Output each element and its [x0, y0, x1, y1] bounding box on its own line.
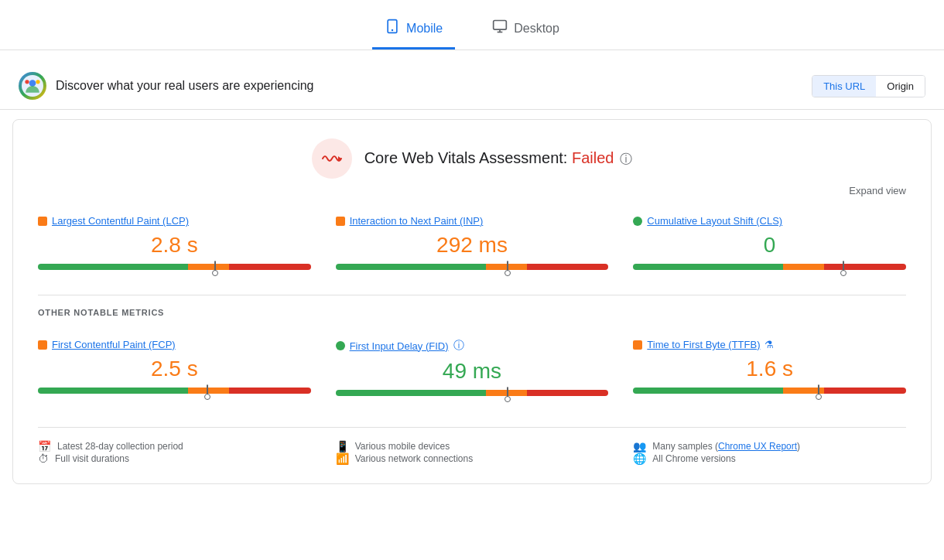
bar-green-ttfb: [633, 388, 783, 394]
tab-bar: Mobile Desktop: [0, 12, 944, 50]
metric-lcp-bar-segments: [38, 264, 311, 270]
footer-text-1-2: Full visit durations: [55, 453, 129, 464]
metric-inp: Interaction to Next Paint (INP) 292 ms: [336, 209, 609, 276]
svg-point-8: [25, 80, 29, 84]
assessment-title: Core Web Vitals Assessment: Failed ⓘ: [364, 149, 633, 168]
bar-marker-ttfb: [818, 384, 819, 397]
metric-inp-dot: [336, 217, 345, 226]
metric-fid-bar-segments: [336, 390, 609, 396]
this-url-button[interactable]: This URL: [812, 76, 876, 97]
footer-col-1: 📅 Latest 28-day collection period ⏱ Full…: [38, 440, 311, 465]
section-header: Discover what your real users are experi…: [0, 63, 944, 110]
metric-lcp-value: 2.8 s: [38, 233, 311, 258]
origin-button[interactable]: Origin: [876, 76, 925, 97]
mobile-icon: [385, 19, 400, 38]
metric-fcp: First Contentful Paint (FCP) 2.5 s: [38, 333, 311, 402]
bar-red-cls: [824, 264, 906, 270]
metric-inp-bar-segments: [336, 264, 609, 270]
metric-lcp: Largest Contentful Paint (LCP) 2.8 s: [38, 209, 311, 276]
bar-red-ttfb: [824, 388, 906, 394]
footer-grid: 📅 Latest 28-day collection period ⏱ Full…: [38, 427, 906, 465]
metric-fid-value: 49 ms: [336, 359, 609, 384]
tab-desktop[interactable]: Desktop: [480, 12, 572, 50]
metric-fid: First Input Delay (FID) ⓘ 49 ms: [336, 333, 609, 402]
bar-red-fid: [527, 390, 609, 396]
assessment-prefix: Core Web Vitals Assessment:: [364, 149, 572, 166]
metric-cls-dot: [633, 217, 642, 226]
footer-item-2-2: 📶 Various network connections: [336, 452, 609, 465]
tab-mobile-label: Mobile: [406, 22, 443, 36]
metric-ttfb-value: 1.6 s: [633, 357, 906, 381]
bar-red-lcp: [229, 264, 311, 270]
metric-cls-link[interactable]: Cumulative Layout Shift (CLS): [647, 215, 782, 227]
footer-text-2-2: Various network connections: [355, 453, 474, 464]
footer-icon-1-2: ⏱: [38, 452, 49, 465]
section-divider: [38, 295, 906, 295]
assessment-icon: [312, 138, 352, 179]
bar-marker-fcp: [207, 384, 208, 397]
assessment-status: Failed: [572, 149, 614, 166]
metric-fcp-value: 2.5 s: [38, 357, 311, 381]
metric-fid-link[interactable]: First Input Delay (FID): [350, 340, 449, 352]
bar-green-fcp: [38, 388, 188, 394]
bar-orange-cls: [783, 264, 824, 270]
footer-item-3-2: 🌐 All Chrome versions: [633, 452, 906, 465]
metric-lcp-link[interactable]: Largest Contentful Paint (LCP): [52, 215, 189, 227]
metric-fcp-bar: [38, 388, 311, 394]
assessment-info-icon[interactable]: ⓘ: [620, 152, 632, 166]
metric-inp-link[interactable]: Interaction to Next Paint (INP): [350, 215, 484, 227]
bar-red-inp: [527, 264, 609, 270]
bar-green-inp: [336, 264, 486, 270]
expand-view[interactable]: Expand view: [38, 185, 906, 196]
metric-ttfb-link[interactable]: Time to First Byte (TTFB): [647, 339, 760, 350]
footer-item-1-2: ⏱ Full visit durations: [38, 452, 311, 465]
info-icon[interactable]: ⓘ: [453, 339, 464, 353]
bar-marker-cls: [843, 261, 844, 273]
bar-orange-lcp: [188, 264, 229, 270]
metric-cls-label-row: Cumulative Layout Shift (CLS): [633, 215, 906, 227]
header-title: Discover what your real users are experi…: [56, 79, 313, 93]
metric-fcp-link[interactable]: First Contentful Paint (FCP): [52, 339, 176, 350]
header-left: Discover what your real users are experi…: [19, 72, 313, 100]
tab-mobile[interactable]: Mobile: [372, 12, 455, 50]
footer-text-3-2: All Chrome versions: [652, 453, 735, 464]
metric-cls-bar-segments: [633, 264, 906, 270]
svg-point-6: [29, 80, 36, 87]
url-toggle: This URL Origin: [812, 75, 925, 97]
metric-fid-dot: [336, 341, 345, 350]
tab-desktop-label: Desktop: [514, 22, 559, 36]
metric-ttfb-label-row: Time to First Byte (TTFB) ⚗: [633, 339, 906, 350]
beaker-icon[interactable]: ⚗: [764, 339, 774, 350]
footer-icon-3-2: 🌐: [633, 452, 646, 465]
footer-text-1-1: Latest 28-day collection period: [57, 441, 183, 452]
main-card: Core Web Vitals Assessment: Failed ⓘ Exp…: [12, 119, 932, 484]
metric-cls-value: 0: [633, 233, 906, 258]
metric-fcp-dot: [38, 340, 47, 350]
bar-marker-inp: [507, 261, 508, 273]
metric-ttfb: Time to First Byte (TTFB) ⚗ 1.6 s: [633, 333, 906, 402]
metric-ttfb-bar: [633, 388, 906, 394]
desktop-icon: [492, 19, 508, 38]
footer-item-3-1: 👥 Many samples (Chrome UX Report): [633, 440, 906, 452]
bar-green-lcp: [38, 264, 188, 270]
metric-lcp-label-row: Largest Contentful Paint (LCP): [38, 215, 311, 227]
metric-ttfb-dot: [633, 340, 642, 350]
bar-marker-lcp: [214, 261, 216, 273]
footer-link-2-0[interactable]: Chrome UX Report: [718, 441, 797, 452]
footer-col-2: 📱 Various mobile devices 📶 Various netwo…: [336, 440, 609, 465]
metric-cls-bar: [633, 264, 906, 270]
bar-green-cls: [633, 264, 783, 270]
metric-ttfb-bar-segments: [633, 388, 906, 394]
metric-lcp-bar: [38, 264, 311, 270]
metric-lcp-dot: [38, 217, 47, 226]
crux-avatar: [19, 72, 46, 100]
metric-inp-bar: [336, 264, 609, 270]
metric-inp-value: 292 ms: [336, 233, 609, 258]
footer-col-3: 👥 Many samples (Chrome UX Report) 🌐 All …: [633, 440, 906, 465]
metric-fcp-bar-segments: [38, 388, 311, 394]
metric-fid-bar: [336, 390, 609, 396]
footer-icon-3-1: 👥: [633, 440, 646, 452]
assessment-row: Core Web Vitals Assessment: Failed ⓘ: [38, 138, 906, 179]
other-metrics-label: OTHER NOTABLE METRICS: [38, 308, 906, 317]
footer-icon-1-1: 📅: [38, 440, 51, 452]
